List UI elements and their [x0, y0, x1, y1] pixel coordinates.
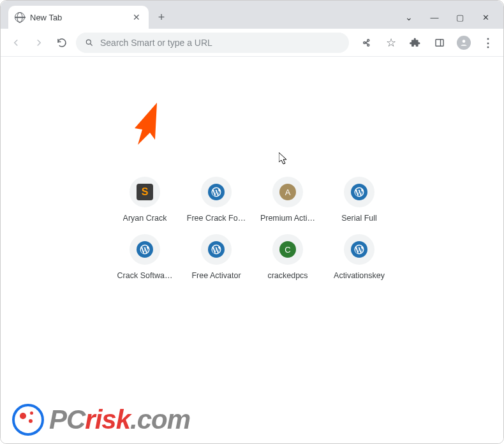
bookmark-button[interactable]: ☆: [382, 34, 400, 52]
shortcut-tile[interactable]: Activationskey: [323, 234, 395, 280]
profile-button[interactable]: [455, 34, 473, 52]
shortcut-icon-bg: [344, 177, 374, 207]
content-area: SAryan CrackFree Crack Fo…APremium Acti……: [1, 57, 503, 443]
shortcut-label: Aryan Crack: [123, 214, 167, 223]
minimize-button[interactable]: —: [429, 13, 440, 22]
letter-icon: C: [279, 241, 296, 258]
shortcut-label: Crack Softwa…: [117, 271, 173, 280]
browser-tab[interactable]: New Tab ✕: [8, 6, 149, 29]
shortcut-tile[interactable]: Ccrackedpcs: [252, 234, 323, 280]
toolbar-right: ☆ ⋮: [354, 34, 497, 52]
extensions-button[interactable]: [406, 34, 424, 52]
annotation-arrow-icon: [128, 103, 173, 147]
shortcut-icon-bg: [344, 234, 374, 265]
shortcut-tile[interactable]: SAryan Crack: [109, 177, 181, 223]
shortcut-tile[interactable]: Serial Full: [323, 177, 395, 223]
svg-point-0: [86, 40, 91, 44]
shortcut-tile[interactable]: APremium Acti…: [252, 177, 323, 223]
wordpress-icon: [351, 184, 367, 200]
toolbar: Search Smart or type a URL ☆ ⋮: [1, 29, 503, 57]
letter-icon: A: [279, 184, 296, 200]
back-button[interactable]: [7, 34, 25, 52]
shortcut-label: Free Activator: [191, 271, 241, 280]
shortcuts-grid: SAryan CrackFree Crack Fo…APremium Acti……: [109, 177, 395, 280]
cursor-icon: [279, 152, 289, 165]
tab-search-button[interactable]: ⌄: [404, 12, 414, 22]
wordpress-icon: [208, 184, 225, 200]
shortcut-icon-bg: C: [272, 234, 303, 265]
shortcut-icon-bg: [201, 234, 232, 265]
svg-rect-1: [436, 39, 443, 46]
omnibox[interactable]: Search Smart or type a URL: [76, 33, 349, 53]
wordpress-icon: [208, 241, 225, 258]
shortcut-label: crackedpcs: [267, 271, 308, 280]
shortcut-tile[interactable]: Crack Softwa…: [109, 234, 181, 280]
maximize-button[interactable]: ▢: [455, 13, 465, 22]
close-window-button[interactable]: ✕: [480, 13, 491, 22]
new-tab-button[interactable]: +: [152, 8, 170, 26]
shortcut-label: Free Crack Fo…: [187, 214, 246, 223]
globe-icon: [15, 12, 25, 22]
close-tab-button[interactable]: ✕: [131, 11, 142, 23]
shortcut-tile[interactable]: Free Crack Fo…: [181, 177, 252, 223]
shortcut-icon-bg: S: [130, 177, 160, 207]
svg-marker-4: [279, 152, 286, 164]
search-icon: [85, 38, 94, 47]
shortcut-tile[interactable]: Free Activator: [181, 234, 252, 280]
tab-title: New Tab: [30, 13, 62, 22]
wordpress-icon: [351, 241, 367, 258]
shortcut-icon-bg: A: [272, 177, 303, 207]
reload-button[interactable]: [53, 34, 71, 52]
titlebar: New Tab ✕ + ⌄ — ▢ ✕: [1, 1, 503, 29]
svg-marker-3: [135, 103, 157, 145]
share-button[interactable]: [358, 34, 376, 52]
menu-button[interactable]: ⋮: [479, 34, 497, 52]
shortcut-label: Premium Acti…: [260, 214, 315, 223]
forward-button[interactable]: [30, 34, 48, 52]
sidepanel-button[interactable]: [431, 34, 448, 52]
wordpress-icon: [137, 241, 153, 258]
omnibox-placeholder: Search Smart or type a URL: [100, 38, 340, 48]
shortcut-icon-bg: [130, 234, 160, 265]
shortcut-label: Activationskey: [334, 271, 385, 280]
sublime-icon: S: [137, 184, 153, 200]
shortcut-icon-bg: [201, 177, 232, 207]
svg-point-2: [463, 40, 466, 43]
shortcut-label: Serial Full: [341, 214, 377, 223]
window-controls: ⌄ — ▢ ✕: [404, 12, 498, 22]
